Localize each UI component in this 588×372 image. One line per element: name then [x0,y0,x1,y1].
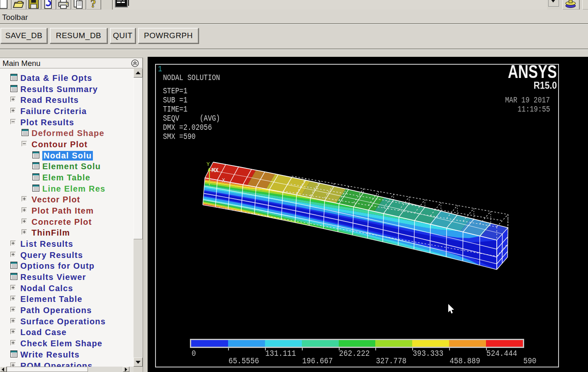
svg-text:X: X [222,177,225,184]
svg-text:Y: Y [207,161,210,168]
svg-text:MX: MX [211,167,219,174]
